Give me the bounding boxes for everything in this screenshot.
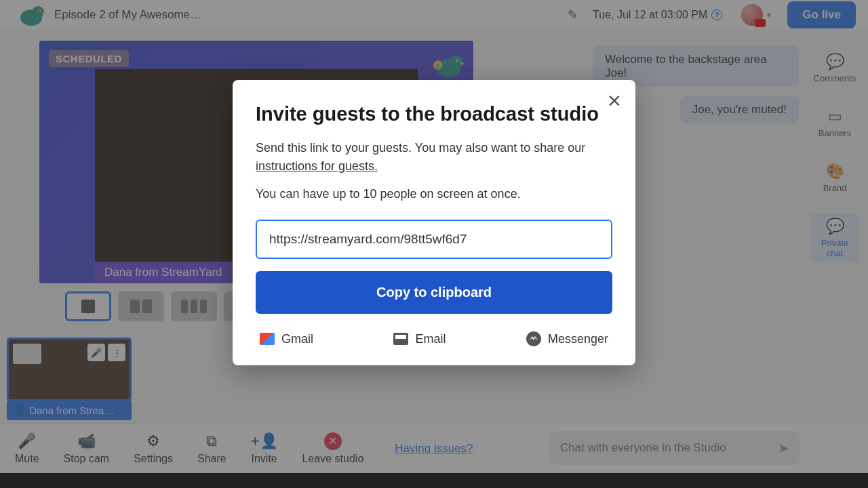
email-icon (393, 333, 408, 345)
messenger-icon (526, 331, 541, 346)
close-modal-button[interactable]: ✕ (607, 91, 622, 112)
modal-title: Invite guests to the broadcast studio (256, 103, 612, 125)
copy-to-clipboard-button[interactable]: Copy to clipboard (256, 271, 612, 314)
invite-link-input[interactable] (256, 220, 612, 259)
share-gmail-button[interactable]: Gmail (260, 331, 313, 346)
share-messenger-button[interactable]: Messenger (526, 331, 608, 346)
share-options: Gmail Email Messenger (256, 331, 612, 346)
gmail-icon (260, 333, 275, 345)
modal-overlay[interactable]: ✕ Invite guests to the broadcast studio … (0, 0, 868, 488)
modal-limit-text: You can have up to 10 people on screen a… (256, 185, 612, 203)
invite-guests-modal: ✕ Invite guests to the broadcast studio … (233, 80, 635, 365)
share-email-button[interactable]: Email (393, 331, 446, 346)
modal-description: Send this link to your guests. You may a… (256, 139, 612, 176)
instructions-link[interactable]: instructions for guests. (256, 159, 378, 173)
